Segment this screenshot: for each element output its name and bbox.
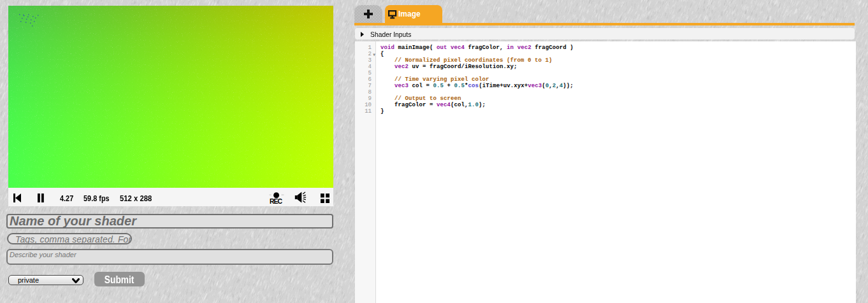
svg-text:REC: REC <box>270 197 282 205</box>
